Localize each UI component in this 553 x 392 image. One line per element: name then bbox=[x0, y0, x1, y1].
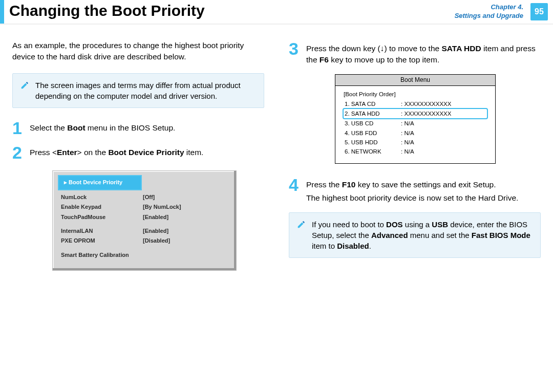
step-number-2: 2 bbox=[12, 144, 30, 161]
boot-menu-body: [Boot Priority Order] 1. SATA CDXXXXXXXX… bbox=[335, 86, 495, 163]
bios-setup-panel: Boot Device Priority NumLock[Off] Enable… bbox=[52, 170, 237, 271]
chapter-line2: Settings and Upgrade bbox=[455, 12, 523, 19]
bios-row: Smart Battery Calibration bbox=[59, 250, 230, 260]
step4-b1: F10 bbox=[342, 180, 356, 189]
boot-val: XXXXXXXXXXXX bbox=[401, 110, 451, 118]
step2-post: item. bbox=[184, 148, 204, 157]
n2-b4: Fast BIOS Mode bbox=[472, 231, 530, 239]
bios-label: NumLock bbox=[61, 193, 143, 201]
n2-m4: item to bbox=[312, 242, 337, 250]
bios-label: Enable Keypad bbox=[61, 203, 143, 211]
boot-dev: 2. SATA HDD bbox=[345, 110, 401, 118]
step-number-3: 3 bbox=[289, 40, 306, 57]
boot-item: 3. USB CDN/A bbox=[344, 119, 487, 128]
bios-row: PXE OPROM[Disabled] bbox=[59, 236, 230, 246]
step4-line2: The highest boot priority device is now … bbox=[306, 193, 518, 202]
right-column: 3 Press the down key (↓) to move to the … bbox=[289, 40, 541, 271]
boot-dev: 3. USB CD bbox=[345, 119, 401, 127]
step3-b2: F6 bbox=[320, 55, 329, 64]
boot-val: N/A bbox=[401, 129, 414, 137]
step3-b1: SATA HDD bbox=[441, 44, 481, 53]
bios-inner: Boot Device Priority NumLock[Off] Enable… bbox=[56, 174, 233, 267]
n2-pre: If you need to boot to bbox=[312, 220, 386, 229]
bios-label: TouchPadMouse bbox=[61, 213, 143, 221]
boot-val: XXXXXXXXXXXX bbox=[401, 100, 451, 108]
step-3: 3 Press the down key (↓) to move to the … bbox=[289, 40, 541, 65]
n2-m3: menu and set the bbox=[408, 231, 472, 239]
page-title: Changing the Boot Priority bbox=[9, 2, 205, 19]
boot-item: 1. SATA CDXXXXXXXXXXXX bbox=[344, 99, 487, 108]
page-header: Changing the Boot Priority Chapter 4. Se… bbox=[0, 0, 553, 25]
step-2-text: Press <Enter> on the Boot Device Priorit… bbox=[30, 144, 203, 158]
step1-pre: Select the bbox=[30, 123, 67, 132]
step-4: 4 Press the F10 key to save the settings… bbox=[289, 176, 541, 203]
step-2: 2 Press <Enter> on the Boot Device Prior… bbox=[12, 144, 264, 161]
bios-value: [Off] bbox=[143, 193, 155, 201]
bios-value: [By NumLock] bbox=[143, 203, 181, 211]
step-number-4: 4 bbox=[289, 176, 306, 193]
n2-b1: DOS bbox=[386, 220, 403, 229]
bios-label: PXE OPROM bbox=[61, 237, 143, 245]
bios-row: TouchPadMouse[Enabled] bbox=[59, 212, 230, 222]
step3-pre: Press the down key (↓) to move to the bbox=[306, 44, 441, 53]
n2-b2: USB bbox=[432, 220, 448, 229]
boot-val: N/A bbox=[401, 119, 414, 127]
chapter-line1: Chapter 4. bbox=[491, 3, 523, 11]
bios-boot-device-priority: Boot Device Priority bbox=[59, 176, 141, 189]
step-1: 1 Select the Boot menu in the BIOS Setup… bbox=[12, 119, 264, 137]
n2-post: . bbox=[369, 242, 371, 250]
boot-menu-panel: Boot Menu [Boot Priority Order] 1. SATA … bbox=[335, 74, 496, 163]
boot-item-highlighted: 2. SATA HDDXXXXXXXXXXXX bbox=[344, 109, 487, 118]
intro-text: As an example, the procedures to change … bbox=[12, 40, 264, 62]
note-box-2: If you need to boot to DOS using a USB d… bbox=[289, 212, 541, 258]
boot-item: 5. USB HDDN/A bbox=[344, 138, 487, 147]
content-area: As an example, the procedures to change … bbox=[0, 25, 553, 271]
boot-val: N/A bbox=[401, 138, 414, 146]
note-text-1: The screen images and terms may differ f… bbox=[35, 81, 241, 100]
bios-row: Enable Keypad[By NumLock] bbox=[59, 202, 230, 212]
bios-value: [Enabled] bbox=[143, 213, 168, 221]
boot-item: 4. USB FDDN/A bbox=[344, 128, 487, 138]
boot-dev: 4. USB FDD bbox=[345, 129, 401, 137]
page-number-badge: 95 bbox=[530, 3, 548, 20]
boot-val: N/A bbox=[401, 147, 414, 156]
boot-priority-order-label: [Boot Priority Order] bbox=[344, 90, 487, 98]
step2-b1: Enter bbox=[57, 148, 77, 157]
bios-value: [Enabled] bbox=[143, 227, 168, 235]
bios-value: [Disabled] bbox=[143, 237, 170, 245]
bios-row: NumLock[Off] bbox=[59, 192, 230, 202]
step4-mid: key to save the settings and exit Setup. bbox=[356, 180, 496, 189]
step-1-text: Select the Boot menu in the BIOS Setup. bbox=[30, 119, 175, 134]
n2-m1: using a bbox=[403, 220, 432, 229]
n2-b5: Disabled bbox=[337, 242, 369, 250]
bios-label: InternalLAN bbox=[61, 227, 143, 235]
bios-row: InternalLAN[Enabled] bbox=[59, 226, 230, 236]
pencil-icon bbox=[296, 220, 306, 229]
boot-dev: 5. USB HDD bbox=[345, 138, 401, 146]
note2-text: If you need to boot to DOS using a USB d… bbox=[312, 220, 530, 250]
header-accent bbox=[0, 0, 4, 24]
step2-b2: Boot Device Priority bbox=[108, 148, 184, 157]
step-4-text: Press the F10 key to save the settings a… bbox=[306, 176, 518, 203]
pencil-icon bbox=[20, 81, 29, 90]
step-3-text: Press the down key (↓) to move to the SA… bbox=[306, 40, 541, 65]
left-column: As an example, the procedures to change … bbox=[12, 40, 264, 271]
boot-dev: 1. SATA CD bbox=[345, 100, 401, 108]
step4-pre: Press the bbox=[306, 180, 342, 189]
step2-mid: > on the bbox=[77, 148, 109, 157]
note-box-1: The screen images and terms may differ f… bbox=[12, 73, 264, 108]
boot-item: 6. NETWORKN/A bbox=[344, 147, 487, 156]
step3-post: key to move up to the top item. bbox=[329, 55, 439, 64]
step2-pre: Press < bbox=[30, 148, 57, 157]
chapter-label: Chapter 4. Settings and Upgrade bbox=[455, 3, 523, 20]
boot-menu-title: Boot Menu bbox=[335, 75, 495, 86]
step1-bold: Boot bbox=[67, 123, 85, 132]
bios-label: Smart Battery Calibration bbox=[61, 251, 143, 259]
boot-dev: 6. NETWORK bbox=[345, 147, 401, 156]
step1-post: menu in the BIOS Setup. bbox=[86, 123, 176, 132]
step-number-1: 1 bbox=[12, 119, 30, 137]
n2-b3: Advanced bbox=[371, 231, 408, 239]
